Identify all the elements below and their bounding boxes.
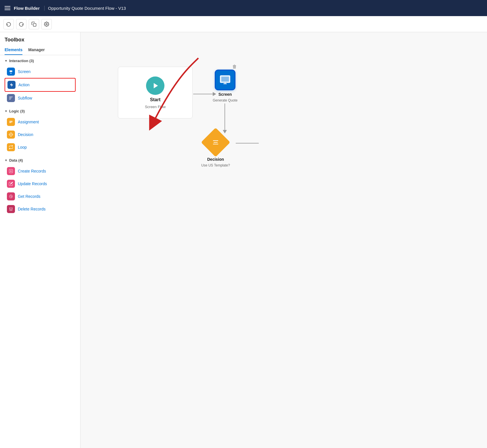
- app-title: Flow Builder: [14, 6, 45, 11]
- decision-node[interactable]: Decision Use US Template?: [201, 129, 230, 167]
- section-interaction: ▼ Interaction (3) Screen: [0, 55, 80, 106]
- decision-icon: [7, 131, 15, 139]
- toolbar: [0, 16, 487, 32]
- flow-name: Opportunity Quote Document Flow - V13: [48, 6, 126, 11]
- screen-node-label: Screen: [218, 92, 232, 97]
- toolbox-title: Toolbox: [0, 32, 80, 45]
- arrow-line-v: [225, 104, 225, 130]
- chevron-data: ▼: [5, 159, 7, 162]
- toolbox-item-subflow[interactable]: Subflow: [5, 92, 76, 104]
- decision-line-right: [236, 143, 259, 143]
- toolbox-item-create-records[interactable]: Create Records: [5, 165, 76, 177]
- toolbox-item-get-records[interactable]: Get Records: [5, 190, 76, 203]
- screen-node-sublabel: Generate Quote: [213, 98, 237, 102]
- screen-to-decision-arrow: [223, 104, 227, 133]
- screen-node-icon: 🗑: [215, 70, 235, 90]
- undo-button[interactable]: [3, 19, 14, 29]
- screen-icon: [7, 68, 15, 76]
- delete-records-icon: [7, 205, 15, 213]
- copy-button[interactable]: [29, 19, 39, 29]
- start-circle: [146, 76, 164, 95]
- toolbox-item-decision[interactable]: Decision: [5, 128, 76, 141]
- toolbox-item-loop[interactable]: Loop: [5, 141, 76, 154]
- assignment-icon: [7, 118, 15, 126]
- start-sublabel: Screen Flow: [145, 105, 166, 109]
- decision-label: Decision: [18, 132, 33, 137]
- tab-manager[interactable]: Manager: [28, 45, 45, 55]
- start-label: Start: [150, 97, 160, 102]
- svg-rect-7: [9, 70, 12, 72]
- chevron-logic: ▼: [5, 110, 7, 113]
- section-data-header[interactable]: ▼ Data (4): [5, 158, 76, 162]
- update-records-label: Update Records: [18, 181, 47, 186]
- tab-elements[interactable]: Elements: [5, 45, 22, 55]
- toolbox-item-assignment[interactable]: Assignment: [5, 116, 76, 128]
- screen-generate-quote-node[interactable]: 🗑 Screen Generate Quote: [213, 70, 237, 102]
- diamond-inner: [213, 140, 218, 145]
- subflow-label: Subflow: [18, 96, 32, 100]
- toolbox-item-delete-records[interactable]: Delete Records: [5, 203, 76, 215]
- svg-marker-18: [154, 83, 158, 88]
- sidebar: Toolbox Elements Manager ▼ Interaction (…: [0, 32, 80, 448]
- section-logic-header[interactable]: ▼ Logic (3): [5, 109, 76, 113]
- svg-rect-23: [221, 77, 229, 82]
- loop-icon: [7, 143, 15, 151]
- arrow-line-h: [193, 94, 213, 94]
- svg-marker-8: [10, 83, 13, 87]
- get-records-label: Get Records: [18, 194, 41, 199]
- assignment-label: Assignment: [18, 120, 39, 124]
- screen-label: Screen: [18, 69, 30, 74]
- decision-node-label: Decision: [207, 157, 224, 162]
- delete-records-label: Delete Records: [18, 207, 46, 211]
- menu-icon[interactable]: [5, 6, 10, 10]
- trash-icon[interactable]: 🗑: [232, 64, 237, 69]
- redo-button[interactable]: [16, 19, 26, 29]
- toolbox-item-update-records[interactable]: Update Records: [5, 177, 76, 190]
- chevron-interaction: ▼: [5, 59, 7, 62]
- subflow-icon: [7, 94, 15, 102]
- section-data: ▼ Data (4) Create Records: [0, 155, 80, 217]
- create-records-label: Create Records: [18, 169, 46, 173]
- start-node[interactable]: Start Screen Flow: [118, 67, 193, 118]
- section-logic: ▼ Logic (3) Assignment: [0, 106, 80, 155]
- settings-button[interactable]: [41, 19, 52, 29]
- section-data-label: Data (4): [9, 158, 23, 162]
- svg-point-1: [46, 23, 47, 25]
- sidebar-tabs: Elements Manager: [0, 45, 80, 55]
- loop-label: Loop: [18, 145, 27, 150]
- section-interaction-header[interactable]: ▼ Interaction (3): [5, 59, 76, 63]
- update-records-icon: [7, 180, 15, 188]
- main-layout: Toolbox Elements Manager ▼ Interaction (…: [0, 32, 487, 448]
- flow-canvas[interactable]: Start Screen Flow 🗑 Screen Generate Quot: [80, 32, 487, 448]
- app-header: Flow Builder Opportunity Quote Document …: [0, 0, 487, 16]
- diamond-wrapper: [203, 129, 229, 155]
- svg-rect-0: [33, 23, 36, 26]
- decision-node-sublabel: Use US Template?: [201, 163, 230, 167]
- toolbox-item-action[interactable]: Action: [5, 78, 76, 92]
- action-label: Action: [18, 83, 30, 87]
- diamond-shape: [201, 128, 230, 157]
- action-icon: [7, 81, 16, 89]
- get-records-icon: [7, 192, 15, 200]
- create-records-icon: [7, 167, 15, 175]
- section-logic-label: Logic (3): [9, 109, 25, 113]
- toolbox-item-screen[interactable]: Screen: [5, 65, 76, 78]
- section-interaction-label: Interaction (3): [9, 59, 34, 63]
